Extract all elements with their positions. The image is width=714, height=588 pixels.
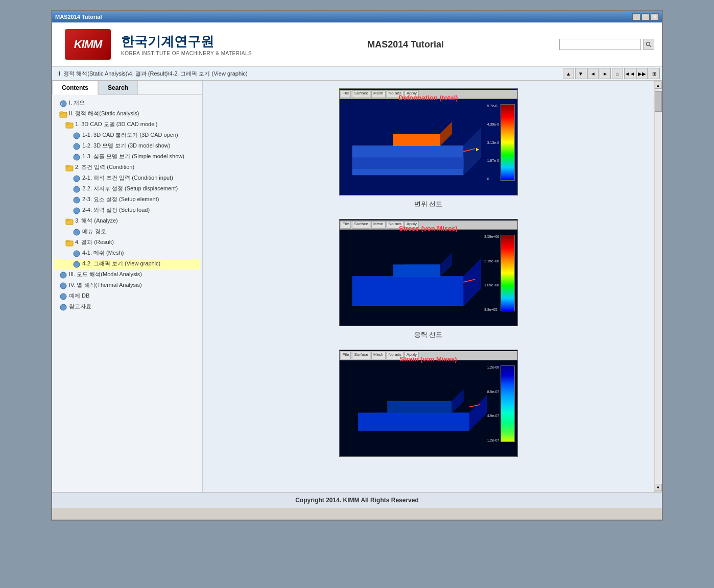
tree-item-result[interactable]: 4. 결과 (Result) (54, 237, 200, 248)
kimm-logo: KIMM (60, 27, 116, 62)
svg-point-10 (74, 154, 80, 160)
nav-down-button[interactable]: ▼ (575, 68, 586, 79)
stress-caption: 응력 선도 (414, 330, 443, 339)
tree-item-static[interactable]: II. 정적 해석(Static Analysis) (54, 109, 200, 119)
doc-icon-4-2 (73, 260, 81, 268)
logo-english: KOREA INSTITUTE OF MACHINERY & MATERIALS (121, 51, 252, 56)
toolbar-mesh[interactable]: Mesh (371, 90, 386, 98)
tree-item-thermal[interactable]: IV. 열 해석(Thermal Analysis) (54, 280, 200, 291)
search-icon (646, 41, 652, 47)
svg-text:▶: ▶ (476, 147, 480, 152)
tree-item-1-2[interactable]: 1-2. 3D 모델 보기 (3D model show) (54, 141, 200, 152)
toolbar-surface-st[interactable]: Surface (352, 352, 370, 359)
nav-expand-button[interactable]: ⊞ (649, 68, 660, 79)
svg-point-25 (60, 283, 66, 289)
svg-point-26 (60, 293, 66, 300)
doc-icon-2-2 (73, 185, 81, 193)
navbar: II. 정적 해석(Static Analysis)\4. 결과 (Result… (52, 67, 662, 81)
toolbar-file[interactable]: File (341, 90, 351, 98)
doc-icon-1-3 (73, 153, 81, 161)
deformation-3d-view: ▶ (342, 99, 497, 192)
svg-rect-21 (66, 240, 69, 242)
toolbar-file-st[interactable]: File (341, 352, 351, 359)
toolbar-mesh-s[interactable]: Mesh (371, 221, 386, 229)
svg-point-22 (74, 251, 80, 257)
nav-next-button[interactable]: ▶▶ (636, 68, 648, 79)
header-search-input[interactable] (559, 39, 641, 50)
maximize-button[interactable]: □ (641, 13, 650, 20)
strain-title: Strain (von Mises) (400, 355, 457, 363)
tree-item-4-1[interactable]: 4-1. 메쉬 (Mesh) (54, 248, 200, 259)
scroll-thumb[interactable] (655, 91, 662, 112)
vertical-scrollbar[interactable]: ▲ ▼ (654, 81, 662, 492)
tree-item-modal[interactable]: III. 모드 해석(Modal Analysis) (54, 270, 200, 280)
tree-label-analyze: 3. 해석 (Analyze) (75, 217, 118, 225)
nav-up-button[interactable]: ▲ (563, 68, 574, 79)
tree: i I. 개요 II. 정적 해석(Static Analysis) 1. 3D… (52, 95, 202, 315)
scroll-down-button[interactable]: ▼ (655, 484, 662, 491)
svg-line-1 (650, 45, 651, 47)
logo-text-area: 한국기계연구원 KOREA INSTITUTE OF MACHINERY & M… (121, 33, 252, 56)
scroll-track[interactable] (655, 89, 662, 484)
toolbar-mesh-st[interactable]: Mesh (371, 352, 386, 359)
deformation-image: File Surface Mesh No ads Apply (339, 88, 518, 195)
folder-open-icon-5 (65, 239, 74, 247)
tab-search[interactable]: Search (98, 81, 138, 94)
header: KIMM 한국기계연구원 KOREA INSTITUTE OF MACHINER… (52, 22, 662, 67)
tree-item-2-1[interactable]: 2-1. 해석 조건 입력 (Condition input) (54, 173, 200, 184)
toolbar-surface[interactable]: Surface (352, 90, 370, 98)
tree-item-intro[interactable]: i I. 개요 (54, 98, 200, 109)
tree-label-thermal: IV. 열 해석(Thermal Analysis) (69, 281, 142, 289)
tree-item-1-3[interactable]: 1-3. 심플 모델 보기 (Simple model show) (54, 152, 200, 162)
scroll-up-button[interactable]: ▲ (655, 82, 662, 89)
toolbar-file-s[interactable]: File (341, 221, 351, 229)
svg-point-15 (74, 197, 80, 203)
svg-marker-33 (440, 122, 451, 146)
toolbar-surface-s[interactable]: Surface (352, 221, 370, 229)
svg-point-8 (74, 133, 80, 139)
tree-item-2-2[interactable]: 2-2. 지지부 설정 (Setup displacement) (54, 184, 200, 194)
tree-item-example-db[interactable]: 예제 DB (54, 291, 200, 302)
strain-3d-view (342, 360, 497, 454)
svg-point-23 (74, 261, 80, 267)
svg-point-24 (60, 272, 66, 278)
deformation-caption: 변위 선도 (414, 200, 443, 209)
doc-icon-2-4 (73, 207, 81, 215)
tree-item-3dcad[interactable]: 1. 3D CAD 모델 (3D CAD model) (54, 119, 200, 130)
tree-item-2-3[interactable]: 2-3. 요소 설정 (Setup element) (54, 194, 200, 205)
tree-item-ref[interactable]: 참고자료 (54, 302, 200, 312)
svg-marker-39 (463, 259, 481, 306)
tree-label-1-3: 1-3. 심플 모델 보기 (Simple model show) (82, 153, 184, 160)
nav-forward-button[interactable]: ► (600, 68, 611, 79)
tree-item-menu-path[interactable]: 메뉴 경로 (54, 227, 200, 237)
tree-item-1-1[interactable]: 1-1. 3D CAD 불러오기 (3D CAD open) (54, 130, 200, 141)
close-button[interactable]: ✕ (651, 13, 659, 20)
tree-label-4-1: 4-1. 메쉬 (Mesh) (82, 249, 124, 257)
nav-home-button[interactable]: ⌂ (612, 68, 623, 79)
tree-item-condition[interactable]: 2. 조건 입력 (Condition) (54, 162, 200, 173)
svg-point-16 (74, 208, 80, 214)
tree-label-4-2: 4-2. 그래픽 보기 (View graphic) (82, 260, 160, 267)
svg-rect-18 (66, 219, 69, 220)
svg-marker-34 (352, 157, 463, 169)
svg-marker-48 (387, 401, 451, 413)
header-center: MAS2014 Tutorial (367, 39, 444, 50)
tab-contents[interactable]: Contents (52, 81, 98, 95)
tree-item-4-2[interactable]: 4-2. 그래픽 보기 (View graphic) (54, 259, 200, 270)
deformation-title: Deformation (total) (398, 94, 458, 102)
tree-label-1-2: 1-2. 3D 모델 보기 (3D model show) (82, 142, 170, 150)
content-area: File Surface Mesh No ads Apply (203, 81, 654, 492)
tree-label-result: 4. 결과 (Result) (75, 238, 114, 246)
folder-open-icon-3 (65, 164, 74, 172)
tree-label-3dcad: 1. 3D CAD 모델 (3D CAD model) (75, 120, 157, 128)
minimize-button[interactable]: _ (632, 13, 640, 20)
tree-label-static: II. 정적 해석(Static Analysis) (69, 110, 139, 117)
header-search-button[interactable] (643, 39, 654, 50)
nav-prev-button[interactable]: ◄◄ (624, 68, 635, 79)
folder-open-icon-2 (65, 121, 74, 129)
tree-item-2-4[interactable]: 2-4. 외력 설정 (Setup load) (54, 205, 200, 216)
nav-back-button[interactable]: ◄ (587, 68, 599, 79)
tree-item-analyze[interactable]: 3. 해석 (Analyze) (54, 216, 200, 227)
tree-label-condition: 2. 조건 입력 (Condition) (75, 163, 134, 171)
footer-text: Copyright 2014. KIMM All Rights Reserved (295, 497, 419, 504)
